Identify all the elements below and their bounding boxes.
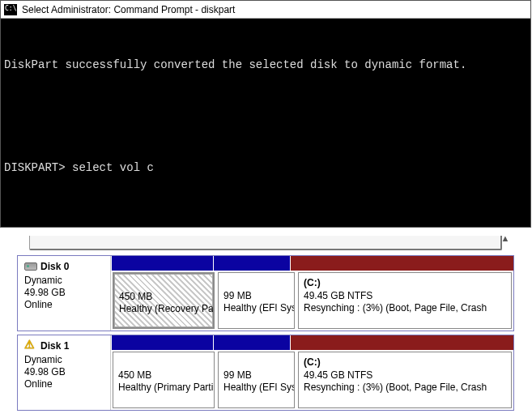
partition-size: 450 MB <box>119 291 208 304</box>
partition-label: (C:) <box>304 356 506 369</box>
disk-size: 49.98 GB <box>24 366 104 377</box>
disk-name: Disk 0 <box>40 261 69 272</box>
terminal-line: DISKPART> select vol c <box>4 160 526 177</box>
disk-icon <box>24 262 37 271</box>
disk-management-panel: ▲ Disk 0Dynamic49.98 GBOnline450 MBHealt… <box>9 228 522 416</box>
partition-size: 99 MB <box>223 290 289 303</box>
partition-status: Resynching : (3%) (Boot, Page File, Cras… <box>304 382 506 395</box>
disk-label-pane: Disk 1Dynamic49.98 GBOnline <box>18 335 111 410</box>
panel-frame-top <box>29 236 502 250</box>
partition-header <box>111 256 213 271</box>
partition-status: Healthy (Recovery Par <box>119 303 208 316</box>
disk-label-pane: Disk 0Dynamic49.98 GBOnline <box>18 256 111 331</box>
partition-header <box>213 256 290 271</box>
partition-header <box>290 256 513 271</box>
partition-status: Healthy (EFI Sys <box>223 382 289 395</box>
disk-status: Online <box>24 299 104 310</box>
scroll-up-arrow[interactable]: ▲ <box>499 232 512 245</box>
window-title: Select Administrator: Command Prompt - d… <box>22 4 235 15</box>
partition-cell[interactable]: (C:)49.45 GB NTFSResynching : (3%) (Boot… <box>298 272 512 329</box>
partition-cell[interactable]: 99 MBHealthy (EFI Sys <box>218 272 295 329</box>
disk-name: Disk 1 <box>40 340 69 352</box>
partition-label: (C:) <box>304 277 506 290</box>
titlebar[interactable]: Select Administrator: Command Prompt - d… <box>1 1 530 19</box>
partition-size: 49.45 GB NTFS <box>304 369 506 382</box>
partition-cell[interactable]: 450 MBHealthy (Recovery Par <box>113 272 215 329</box>
disk-type: Dynamic <box>24 354 104 365</box>
partition-cell[interactable]: 99 MBHealthy (EFI Sys <box>218 352 295 408</box>
command-prompt-window: Select Administrator: Command Prompt - d… <box>0 0 531 228</box>
partitions-area: 450 MBHealthy (Recovery Par99 MBHealthy … <box>111 256 513 331</box>
partition-cell[interactable]: (C:)49.45 GB NTFSResynching : (3%) (Boot… <box>298 352 512 408</box>
disk-type: Dynamic <box>24 275 104 286</box>
disk-row[interactable]: Disk 1Dynamic49.98 GBOnline450 MBHealthy… <box>17 335 514 411</box>
partitions-area: 450 MBHealthy (Primary Parti99 MBHealthy… <box>111 335 513 410</box>
partition-status: Healthy (Primary Parti <box>118 382 209 395</box>
partition-header <box>213 335 290 350</box>
partition-header <box>290 335 513 350</box>
partition-status: Healthy (EFI Sys <box>223 302 289 315</box>
disk-size: 49.98 GB <box>24 287 104 298</box>
partition-size: 99 MB <box>223 369 289 382</box>
partition-status: Resynching : (3%) (Boot, Page File, Cras… <box>304 302 506 315</box>
terminal-blank <box>4 109 526 124</box>
partition-header <box>111 335 213 350</box>
terminal-output[interactable]: DiskPart successfully converted the sele… <box>1 19 530 227</box>
disk-row[interactable]: Disk 0Dynamic49.98 GBOnline450 MBHealthy… <box>17 255 514 331</box>
terminal-blank <box>4 212 526 227</box>
cmd-icon <box>4 4 17 15</box>
disk-warning-icon <box>24 340 37 352</box>
partition-cell[interactable]: 450 MBHealthy (Primary Parti <box>113 352 215 408</box>
disk-status: Online <box>24 378 104 390</box>
partition-size: 450 MB <box>118 369 209 382</box>
partition-size: 49.45 GB NTFS <box>304 290 506 303</box>
terminal-line: DiskPart successfully converted the sele… <box>4 57 526 75</box>
